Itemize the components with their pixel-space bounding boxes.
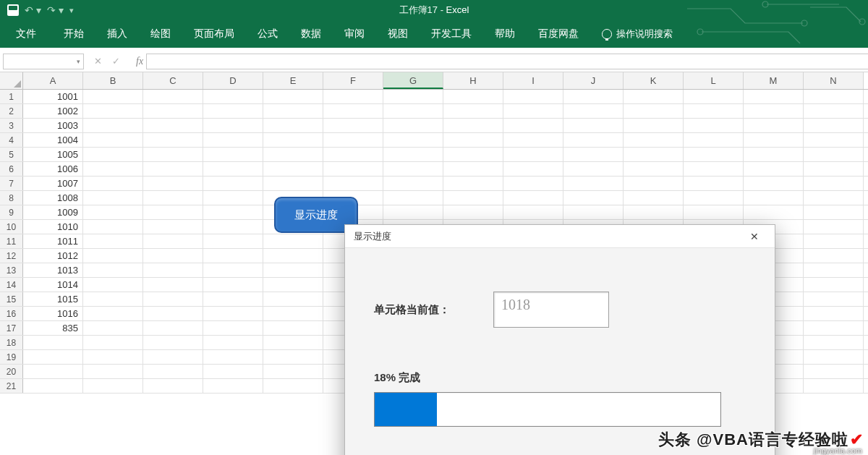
cell[interactable] (83, 104, 143, 118)
cell[interactable] (744, 90, 804, 103)
cell[interactable] (143, 177, 203, 190)
row-header[interactable]: 13 (0, 263, 23, 277)
cell[interactable] (684, 90, 744, 103)
row-header[interactable]: 19 (0, 350, 23, 364)
cell[interactable] (203, 119, 263, 132)
cell[interactable] (263, 249, 323, 263)
tab-开始[interactable]: 开始 (54, 23, 94, 45)
cell[interactable]: 1007 (23, 177, 83, 190)
cell[interactable] (143, 119, 203, 132)
cell[interactable] (563, 133, 624, 147)
cell[interactable] (563, 119, 624, 132)
cell[interactable] (503, 90, 563, 103)
cell[interactable] (804, 278, 864, 292)
cell[interactable] (263, 177, 323, 190)
cell[interactable] (263, 104, 323, 118)
tab-视图[interactable]: 视图 (378, 23, 418, 45)
cell[interactable] (804, 90, 864, 103)
cell[interactable] (83, 205, 143, 219)
cell[interactable] (383, 177, 443, 190)
cell[interactable] (684, 119, 744, 132)
cell[interactable] (83, 336, 143, 349)
cell[interactable] (143, 205, 203, 219)
cell[interactable] (263, 292, 323, 306)
tab-审阅[interactable]: 审阅 (334, 23, 375, 45)
cell[interactable] (143, 249, 203, 263)
cell[interactable] (263, 90, 323, 103)
close-icon[interactable]: ✕ (740, 226, 769, 247)
cell[interactable] (684, 191, 744, 205)
cell[interactable] (503, 119, 563, 132)
row-header[interactable]: 7 (0, 177, 23, 190)
cell[interactable] (503, 133, 563, 147)
cancel-icon[interactable]: ✕ (94, 56, 102, 67)
cell[interactable] (804, 191, 864, 205)
cell[interactable] (804, 162, 864, 176)
cell[interactable] (83, 365, 143, 378)
fx-icon[interactable]: fx (136, 56, 143, 67)
cell[interactable] (83, 278, 143, 292)
cell[interactable] (203, 249, 263, 263)
cell[interactable] (383, 119, 443, 132)
cell[interactable]: 1014 (23, 278, 83, 292)
cell[interactable] (203, 234, 263, 248)
cell[interactable] (143, 104, 203, 118)
cell[interactable] (263, 365, 323, 378)
cell[interactable] (203, 162, 263, 176)
cell[interactable] (143, 220, 203, 234)
cell[interactable] (203, 90, 263, 103)
row-header[interactable]: 3 (0, 119, 23, 132)
cell[interactable]: 1011 (23, 234, 83, 248)
cell[interactable] (323, 90, 383, 103)
cell[interactable] (323, 148, 383, 161)
qat-more-icon[interactable]: ▾ (69, 6, 74, 15)
cell[interactable] (383, 90, 443, 103)
cell[interactable] (503, 205, 563, 219)
cell[interactable] (203, 148, 263, 161)
cell[interactable] (383, 148, 443, 161)
cell[interactable] (263, 234, 323, 248)
cell[interactable] (684, 104, 744, 118)
cell[interactable] (143, 148, 203, 161)
cell[interactable] (624, 205, 684, 219)
tab-插入[interactable]: 插入 (97, 23, 137, 45)
cell[interactable] (143, 292, 203, 306)
cell[interactable] (804, 119, 864, 132)
cell[interactable] (624, 162, 684, 176)
cell[interactable] (624, 148, 684, 161)
cell[interactable] (323, 133, 383, 147)
cell[interactable] (263, 278, 323, 292)
cell[interactable] (263, 321, 323, 335)
cell[interactable] (83, 220, 143, 234)
row-header[interactable]: 8 (0, 191, 23, 205)
cell[interactable] (143, 263, 203, 277)
cell[interactable] (83, 148, 143, 161)
cell[interactable] (143, 278, 203, 292)
cell[interactable] (263, 307, 323, 320)
cell[interactable]: 1006 (23, 162, 83, 176)
cell[interactable] (263, 133, 323, 147)
cell[interactable] (83, 177, 143, 190)
col-header-B[interactable]: B (83, 72, 143, 89)
cell[interactable] (143, 307, 203, 320)
col-header-J[interactable]: J (563, 72, 624, 89)
cell[interactable] (804, 205, 864, 219)
cell[interactable] (203, 321, 263, 335)
cell[interactable] (804, 350, 864, 364)
cell[interactable] (143, 234, 203, 248)
cell[interactable] (83, 263, 143, 277)
cell[interactable] (23, 365, 83, 378)
col-header-L[interactable]: L (684, 72, 744, 89)
row-header[interactable]: 9 (0, 205, 23, 219)
cell[interactable] (563, 191, 624, 205)
row-header[interactable]: 15 (0, 292, 23, 306)
cell[interactable] (263, 336, 323, 349)
cell[interactable] (804, 321, 864, 335)
cell[interactable] (23, 379, 83, 393)
cell[interactable] (443, 162, 503, 176)
cell[interactable] (443, 104, 503, 118)
cell[interactable] (804, 133, 864, 147)
cell[interactable] (563, 177, 624, 190)
cell[interactable] (443, 191, 503, 205)
tab-公式[interactable]: 公式 (247, 23, 288, 45)
